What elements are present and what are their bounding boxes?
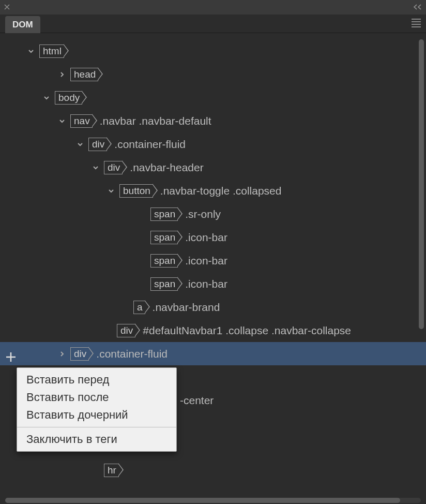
tree-row[interactable]: a.navbar-brand: [0, 295, 426, 319]
tag-classes: .container-fluid: [114, 138, 186, 151]
chevron-placeholder: [137, 209, 147, 219]
tag-badge[interactable]: span: [150, 254, 178, 268]
tag-name: span: [154, 209, 176, 220]
tag-classes: .container-fluid: [96, 348, 168, 360]
collapse-panel-icon[interactable]: [414, 3, 422, 11]
tag-badge[interactable]: hr: [104, 464, 119, 477]
chevron-right-icon[interactable]: [57, 69, 67, 80]
add-element-button[interactable]: [3, 349, 19, 365]
chevron-placeholder: [90, 465, 101, 476]
tag-name: span: [154, 255, 176, 266]
horizontal-scrollbar-thumb[interactable]: [5, 498, 400, 503]
tab-dom[interactable]: DOM: [5, 16, 40, 33]
chevron-placeholder: [103, 325, 114, 336]
tag-classes: -center: [180, 394, 214, 407]
tag-classes: .navbar .navbar-default: [100, 115, 211, 127]
tag-name: nav: [74, 115, 91, 127]
tabbar: DOM: [0, 14, 426, 33]
tag-name: span: [154, 278, 176, 290]
tag-classes: .navbar-header: [130, 161, 203, 174]
tag-badge[interactable]: html: [39, 45, 64, 58]
tag-name: div: [92, 139, 105, 150]
context-menu-item[interactable]: Заключить в теги: [17, 431, 176, 448]
chevron-placeholder: [137, 256, 147, 266]
tag-badge[interactable]: span: [150, 277, 178, 291]
tree-row[interactable]: head: [0, 63, 426, 86]
chevron-down-icon[interactable]: [90, 162, 101, 173]
context-menu-item[interactable]: Вставить перед: [17, 371, 176, 389]
tag-classes: #defaultNavbar1 .collapse .navbar-collap…: [143, 324, 351, 337]
tree-row[interactable]: span.icon-bar: [0, 249, 426, 272]
tag-classes: .navbar-toggle .collapsed: [160, 185, 282, 197]
tree-row[interactable]: div.navbar-header: [0, 156, 426, 179]
tag-badge[interactable]: span: [150, 231, 178, 244]
tree-row[interactable]: span.sr-only: [0, 202, 426, 226]
panel-menu-icon[interactable]: [412, 19, 421, 33]
tag-badge[interactable]: div: [70, 347, 89, 361]
vertical-scrollbar[interactable]: [419, 39, 424, 329]
tree-row[interactable]: div.container-fluid: [0, 132, 426, 156]
chevron-placeholder: [137, 279, 147, 289]
tag-badge[interactable]: a: [133, 301, 145, 314]
tag-name: head: [74, 69, 97, 80]
tag-classes: .icon-bar: [185, 278, 227, 290]
tag-name: html: [43, 46, 63, 57]
chevron-down-icon[interactable]: [57, 116, 67, 126]
context-menu-item[interactable]: Вставить дочерний: [17, 406, 176, 424]
chevron-placeholder: [120, 302, 130, 313]
tag-badge[interactable]: button: [119, 184, 153, 198]
tag-classes: .sr-only: [185, 208, 221, 220]
tree-row[interactable]: div.container-fluid: [0, 342, 426, 365]
tag-badge[interactable]: div: [88, 138, 107, 151]
tag-name: span: [154, 232, 176, 243]
tree-row[interactable]: nav.navbar .navbar-default: [0, 109, 426, 132]
chevron-down-icon[interactable]: [75, 139, 85, 150]
tag-badge[interactable]: div: [104, 161, 123, 174]
tag-name: hr: [108, 465, 117, 476]
tag-badge[interactable]: span: [150, 207, 178, 221]
tag-badge[interactable]: head: [70, 68, 98, 81]
tree-row[interactable]: hr: [0, 458, 426, 482]
tag-name: div: [120, 325, 134, 336]
chevron-down-icon[interactable]: [26, 46, 36, 56]
tag-name: body: [58, 92, 81, 103]
tree-row[interactable]: span.icon-bar: [0, 226, 426, 249]
panel-titlebar: [0, 0, 426, 14]
tag-name: button: [123, 185, 151, 197]
tree-row[interactable]: html: [0, 39, 426, 63]
tree-row[interactable]: button.navbar-toggle .collapsed: [0, 179, 426, 202]
tree-row[interactable]: span.icon-bar: [0, 272, 426, 295]
tag-name: div: [108, 162, 121, 173]
tag-name: div: [74, 348, 87, 360]
context-menu-item[interactable]: Вставить после: [17, 389, 176, 406]
chevron-down-icon[interactable]: [41, 93, 52, 103]
chevron-right-icon[interactable]: [57, 349, 67, 359]
dom-tree: htmlheadbodynav.navbar .navbar-defaultdi…: [0, 33, 426, 497]
tree-row[interactable]: body: [0, 86, 426, 109]
tag-classes: .icon-bar: [185, 255, 227, 267]
tag-badge[interactable]: div: [117, 324, 135, 337]
context-menu: Вставить передВставить послеВставить доч…: [17, 367, 177, 452]
tree-row[interactable]: div#defaultNavbar1 .collapse .navbar-col…: [0, 319, 426, 342]
chevron-down-icon[interactable]: [106, 186, 116, 196]
close-panel-icon[interactable]: [4, 3, 10, 11]
tag-name: a: [137, 302, 144, 313]
tag-badge[interactable]: body: [55, 91, 82, 105]
tag-classes: .navbar-brand: [153, 301, 220, 314]
horizontal-scrollbar-track[interactable]: [5, 498, 421, 503]
chevron-placeholder: [137, 232, 147, 243]
context-menu-divider: [17, 427, 176, 427]
tag-classes: .icon-bar: [185, 231, 227, 244]
tag-badge[interactable]: nav: [70, 114, 93, 128]
